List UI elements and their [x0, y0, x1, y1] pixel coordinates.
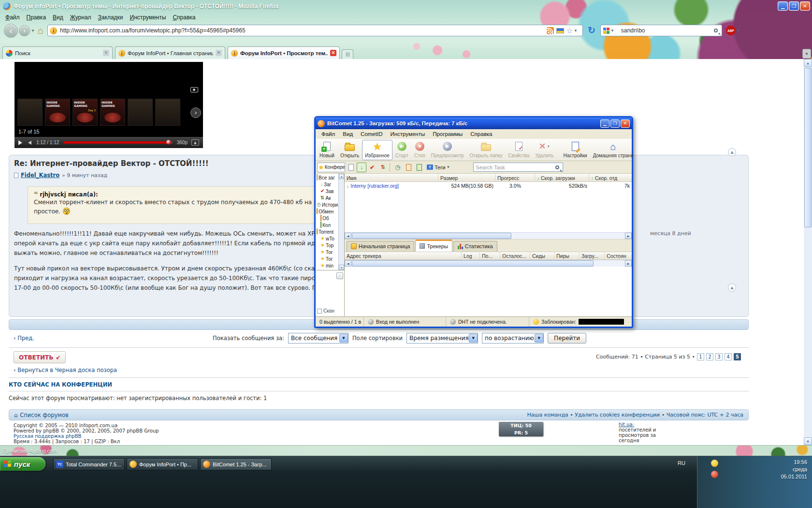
menu-file[interactable]: Файл [2, 13, 23, 22]
collection-icon[interactable] [414, 163, 424, 172]
minimize-button[interactable]: ▁ [778, 1, 788, 11]
menu-cometid[interactable]: CometID [357, 130, 386, 138]
minimize-button[interactable]: ▁ [600, 120, 609, 128]
reload-icon[interactable]: ↻ [588, 26, 595, 35]
hit-ua-link[interactable]: hit.ua: [619, 422, 656, 427]
board-index-link[interactable]: ⌂Список форумов [14, 412, 69, 418]
volume-icon[interactable] [28, 141, 31, 145]
tab-statistics[interactable]: Статистика [453, 241, 497, 252]
flag-icon[interactable] [556, 28, 564, 33]
home-icon[interactable]: ⌂ [38, 26, 44, 35]
search-icon[interactable] [555, 165, 559, 169]
tab-close-icon[interactable]: ✕ [103, 50, 109, 56]
column-seeds[interactable]: Сиды [530, 252, 554, 259]
menu-edit[interactable]: Правка [23, 13, 50, 22]
author-link[interactable]: Fidel_Kastro [21, 172, 59, 179]
active-filter-icon[interactable]: ⇅ [378, 163, 388, 172]
video-thumbnail[interactable] [155, 99, 180, 126]
column-upload-speed[interactable]: ↑Скор. отд [589, 174, 632, 181]
search-input[interactable]: sandn\bo [621, 27, 714, 34]
back-button[interactable]: ‹ [4, 24, 18, 38]
task-list-hscrollbar[interactable]: ◀ ▶ [345, 232, 632, 239]
bookmark-star-icon[interactable]: ☆ [566, 27, 573, 34]
search-box[interactable]: ▼ sandn\bo [600, 25, 722, 36]
column-status[interactable]: Состоян [605, 252, 632, 259]
video-player[interactable]: INSIDE GAMING INSIDE GAMINGDay 2 INSIDE … [14, 62, 203, 148]
menu-help[interactable]: Справка [169, 13, 199, 22]
list-all-tabs-icon[interactable]: ▼ [802, 49, 811, 59]
language-indicator[interactable]: RU [678, 460, 685, 466]
url-dropdown-icon[interactable]: ▼ [574, 29, 578, 33]
page-scrollbar[interactable]: ▲ ▼ [804, 59, 812, 445]
sort-field-select[interactable]: Время размещения▼ [406, 333, 478, 344]
login-status-icon[interactable] [368, 319, 374, 325]
chevron-down-icon[interactable]: ▼ [339, 334, 348, 343]
menu-tools[interactable]: Инструменты [127, 13, 170, 22]
chevron-down-icon[interactable]: ▼ [446, 165, 450, 169]
tab-start-page[interactable]: Начальная страница [347, 241, 414, 252]
scroll-up-icon[interactable]: ▲ [339, 174, 344, 179]
menu-file[interactable]: Файл [318, 130, 339, 138]
adblock-dropdown-icon[interactable]: ▼ [737, 29, 740, 33]
close-button[interactable]: ✕ [621, 120, 630, 128]
history-dropdown-icon[interactable]: ▼ [31, 29, 35, 33]
reply-button[interactable]: ОТВЕТИТЬ↙ [14, 351, 66, 363]
homepage-button[interactable]: ⌂Домашняя страни [590, 140, 637, 160]
search-engine-dropdown-icon[interactable]: ▼ [610, 29, 614, 33]
rating-badge[interactable]: ТИЦ: 50 PR: 5 [499, 422, 543, 436]
play-icon[interactable] [18, 140, 22, 145]
chevron-down-icon[interactable]: ▼ [469, 334, 478, 343]
phpbb-support-link[interactable]: Русская поддержка phpBB [14, 433, 159, 439]
column-name[interactable]: Имя [345, 174, 438, 181]
column-users[interactable]: По... [480, 252, 500, 259]
open-folder-button[interactable]: Открыть папку [467, 140, 506, 160]
post-icon[interactable] [14, 173, 18, 178]
scroll-left-icon[interactable]: ◀ [345, 260, 351, 267]
video-thumbnail[interactable]: INSIDE GAMING [45, 99, 70, 126]
task-search-box[interactable]: Search Task [473, 163, 563, 172]
properties-button[interactable]: Свойства [505, 140, 532, 160]
page-link-1[interactable]: 1 [697, 353, 704, 360]
open-button[interactable]: Открыть [337, 140, 362, 160]
scroll-down-icon[interactable]: ▼ [339, 265, 344, 270]
video-thumbnail[interactable]: INSIDE GAMING [100, 99, 125, 126]
column-size[interactable]: Размер [438, 174, 495, 181]
post-title[interactable]: Re: Интернет-провайдер Вектор - ОТСТОЙ!!… [14, 159, 209, 168]
new-task-button[interactable]: +Новый [317, 140, 337, 160]
tab-close-icon[interactable]: ✕ [330, 50, 336, 56]
tab-close-icon[interactable]: ✕ [216, 50, 222, 56]
dht-status-icon[interactable] [450, 319, 456, 325]
menu-view[interactable]: Вид [339, 130, 357, 138]
quality-label[interactable]: 360p [177, 140, 188, 145]
page-link-2[interactable]: 2 [706, 353, 713, 360]
video-thumbnail[interactable] [17, 99, 43, 126]
scroll-top-icon[interactable]: ▲ [728, 284, 736, 292]
start-button[interactable]: ▶Старт [392, 140, 411, 160]
chevron-down-icon[interactable]: ▼ [547, 145, 550, 148]
blocklist-status-icon[interactable] [533, 319, 539, 325]
menu-history[interactable]: Журнал [67, 13, 95, 22]
maximize-button[interactable]: ❐ [789, 1, 799, 11]
favorites-dropdown[interactable]: ★Конферен [317, 163, 345, 172]
go-button[interactable]: Перейти [548, 333, 586, 344]
adblock-icon[interactable]: ABP [726, 26, 736, 35]
downloading-filter-icon[interactable]: ↓ [357, 163, 366, 172]
taskbar-item-total-commander[interactable]: TC Total Commander 7.5... [53, 458, 125, 470]
tab-forum-index[interactable]: i Форум InfoPort • Главная страница ✕ [115, 46, 225, 59]
chevron-down-icon[interactable]: ▼ [535, 334, 543, 343]
finished-filter-icon[interactable]: ✔ [367, 163, 377, 172]
scroll-left-icon[interactable]: ◀ [345, 233, 351, 239]
column-tracker-address[interactable]: Адрес трекера [345, 252, 462, 259]
stop-button[interactable]: ■Стоп [411, 140, 428, 160]
bitcomet-titlebar[interactable]: BitComet 1.25 - Загрузка: 509 кБ/с, Пере… [316, 118, 632, 129]
show-posts-select[interactable]: Все сообщения▼ [288, 333, 348, 344]
column-progress[interactable]: Прогресс [495, 174, 535, 181]
playlist-next-icon[interactable]: › [190, 107, 201, 118]
column-peers[interactable]: Пиры [554, 252, 580, 259]
column-download-speed[interactable]: ↓Скор. загрузки [535, 174, 589, 181]
close-button[interactable]: ✕ [800, 1, 810, 11]
footer-links[interactable]: Наша команда • Удалить cookies конференц… [527, 412, 744, 418]
scroll-up-icon[interactable]: ▲ [804, 59, 812, 67]
page-link-4[interactable]: 4 [725, 353, 732, 360]
tracker-hscrollbar[interactable]: ◀ ▶ [345, 260, 632, 267]
